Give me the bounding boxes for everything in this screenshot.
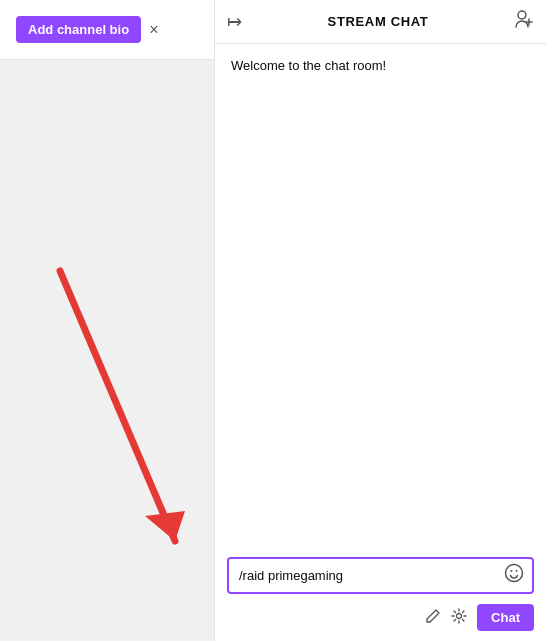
svg-point-6	[511, 570, 513, 572]
svg-line-0	[60, 271, 175, 541]
svg-point-2	[518, 11, 526, 19]
emoji-button[interactable]	[496, 559, 532, 592]
svg-point-7	[516, 570, 518, 572]
svg-point-5	[506, 565, 523, 582]
chat-input[interactable]	[229, 560, 496, 591]
collapse-icon[interactable]: ↦	[227, 11, 242, 33]
chat-messages-area: Welcome to the chat room!	[215, 44, 546, 549]
stream-chat-title: STREAM CHAT	[328, 14, 429, 29]
svg-marker-1	[145, 511, 185, 541]
chat-input-area	[215, 549, 546, 598]
left-top-section: Add channel bio ×	[0, 0, 214, 60]
chat-header: ↦ STREAM CHAT	[215, 0, 546, 44]
red-arrow-icon	[30, 251, 210, 581]
close-button[interactable]: ×	[149, 22, 158, 38]
edit-icon-button[interactable]	[425, 608, 441, 628]
add-channel-bio-row: Add channel bio ×	[16, 16, 198, 43]
send-chat-button[interactable]: Chat	[477, 604, 534, 631]
left-panel: Add channel bio ×	[0, 0, 215, 641]
settings-icon-button[interactable]	[451, 608, 467, 628]
svg-point-8	[457, 613, 462, 618]
manage-chatters-icon[interactable]	[514, 9, 534, 34]
chat-footer: Chat	[215, 598, 546, 641]
left-bottom-section	[0, 60, 214, 641]
chat-input-wrapper	[227, 557, 534, 594]
add-channel-bio-button[interactable]: Add channel bio	[16, 16, 141, 43]
right-panel: ↦ STREAM CHAT Welcome to the chat room!	[215, 0, 546, 641]
welcome-message: Welcome to the chat room!	[231, 58, 386, 73]
